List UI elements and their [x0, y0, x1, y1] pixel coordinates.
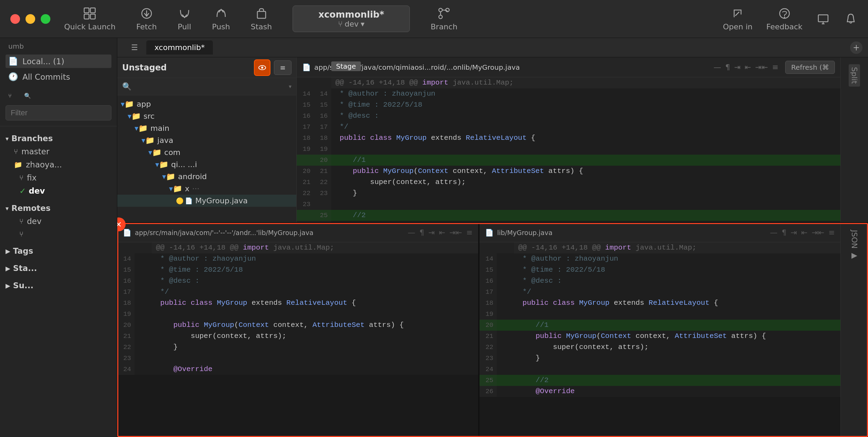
bl-minimize-icon[interactable]: —: [408, 228, 415, 237]
br-line-18-class: 18 public class MyGroup extends Relative…: [480, 298, 840, 309]
tab-xcommonlib[interactable]: xcommonlib*: [146, 40, 213, 55]
ftree-src[interactable]: ▾📁 src: [117, 110, 296, 122]
br-paragraph-icon[interactable]: ¶: [782, 228, 787, 237]
br-line-14-author: 14 * @author : zhaoyanjun: [480, 253, 840, 264]
ftree-qi[interactable]: ▾📁 qi... ...i: [117, 158, 296, 171]
submodules-header[interactable]: ▶ Su...: [0, 279, 117, 292]
stage-tooltip: Stage: [331, 61, 361, 71]
ftree-main[interactable]: ▾📁 main: [117, 122, 296, 134]
sidebar-item-local[interactable]: 📄 Local... (1): [6, 55, 111, 68]
br-indent-icon[interactable]: ⇥: [791, 228, 797, 237]
sidebar-remote-dev[interactable]: ⑂ dev: [0, 215, 117, 228]
stashes-label: Sta...: [13, 264, 37, 273]
branch-button[interactable]: Branch: [431, 7, 457, 31]
diff-file-icon: 📄: [302, 63, 311, 71]
chevron-down-icon: ▾: [361, 20, 364, 28]
folder-icon: ▾📁: [148, 148, 161, 157]
diff-line-16-desc: 1616 * @desc :: [297, 110, 840, 122]
ftree-android[interactable]: ▾📁 android: [117, 171, 296, 183]
stashes-header[interactable]: ▶ Sta...: [0, 262, 117, 275]
ftree-mygroup-java[interactable]: 🟡 📄 MyGroup.java: [117, 195, 296, 207]
add-tab-button[interactable]: +: [850, 41, 862, 54]
file-search-bar: 🔍 ▾: [117, 78, 296, 95]
chevron-down-icon: ▾: [289, 83, 292, 90]
quick-launch-button[interactable]: Quick Launch: [64, 7, 116, 31]
file-search-input[interactable]: [135, 82, 285, 91]
bl-paragraph-icon[interactable]: ¶: [420, 228, 424, 237]
remote-icon: ⑂: [19, 217, 23, 225]
monitor-icon[interactable]: [816, 12, 830, 26]
svg-rect-0: [84, 8, 89, 13]
pull-button[interactable]: Pull: [178, 7, 191, 31]
bl-menu-icon[interactable]: ≡: [466, 228, 473, 237]
stash-button[interactable]: Stash: [251, 7, 272, 31]
sidebar-branch-zhaoya[interactable]: 📁 zhaoya...: [0, 158, 117, 171]
svg-rect-2: [84, 14, 89, 19]
dev-label: dev: [29, 186, 45, 195]
br-wrap-icon[interactable]: ⇥⇤: [812, 228, 825, 237]
tags-header[interactable]: ▶ Tags: [0, 244, 117, 258]
folder-icon: ▾📁: [135, 124, 148, 133]
bl-line-23-blank: 23: [117, 353, 478, 364]
diff-line-22-brace: 2223 }: [297, 188, 840, 199]
sidebar-branch-fix[interactable]: ⑂ fix: [0, 171, 117, 184]
branch-icon: ⑂: [19, 174, 23, 182]
local-label: Local... (1): [22, 57, 64, 66]
minimize-icon[interactable]: —: [713, 63, 721, 71]
ftree-app[interactable]: ▾📁 app: [117, 98, 296, 110]
maximize-button[interactable]: [41, 14, 50, 24]
br-outdent-icon[interactable]: ⇤: [801, 228, 807, 237]
sidebar-item-all-commits[interactable]: 🕐 All Commits: [6, 70, 111, 84]
minimize-button[interactable]: [26, 14, 35, 24]
refresh-button[interactable]: Refresh (⌘: [785, 61, 835, 74]
push-button[interactable]: Push: [212, 7, 230, 31]
sidebar-filter-input[interactable]: [6, 105, 111, 120]
bottom-right-controls: — ¶ ⇥ ⇤ ⇥⇤ ≡: [770, 228, 835, 237]
ftree-java[interactable]: ▾📁 java: [117, 134, 296, 146]
sidebar-branch-dev[interactable]: ✓ dev: [0, 184, 117, 197]
bl-hunk-header: @@ -14,16 +14,18 @@ import java.util.Map…: [117, 242, 478, 253]
branches-header[interactable]: ▾ Branches: [0, 132, 117, 145]
remotes-header[interactable]: ▾ Remotes: [0, 202, 117, 215]
menu-icon[interactable]: ≡: [772, 63, 778, 71]
split-button[interactable]: Split: [849, 64, 860, 87]
br-menu-icon[interactable]: ≡: [829, 228, 835, 237]
split-top: Unstaged Stage ≡ 🔍 ▾: [117, 57, 868, 223]
br-line-17-end: 17 */: [480, 287, 840, 298]
branch-tab[interactable]: ⑂: [6, 91, 14, 100]
sidebar-branch-master[interactable]: ⑂ master: [0, 145, 117, 158]
list-view-button[interactable]: ≡: [274, 60, 292, 75]
bl-line-19-blank: 19: [117, 309, 478, 320]
feedback-button[interactable]: Feedback: [766, 7, 802, 31]
ftree-x-label: x: [185, 184, 189, 193]
br-minimize-icon[interactable]: —: [770, 228, 778, 237]
bl-indent-icon[interactable]: ⇥: [428, 228, 435, 237]
repo-selector[interactable]: xcommonlib* ⑂ dev ▾: [293, 6, 410, 32]
outdent-icon[interactable]: ⇤: [745, 63, 751, 71]
bl-wrap-icon[interactable]: ⇥⇤: [450, 228, 462, 237]
notification-icon[interactable]: [844, 12, 858, 26]
bl-outdent-icon[interactable]: ⇤: [439, 228, 445, 237]
stashes-section: ▶ Sta...: [0, 260, 117, 277]
indent-icon[interactable]: ⇥: [734, 63, 740, 71]
bl-line-14-author: 14 * @author : zhaoyanjun: [117, 253, 478, 264]
tab-hamburger[interactable]: ☰: [123, 40, 146, 55]
sidebar-top-commits: umb 📄 Local... (1) 🕐 All Commits: [0, 38, 117, 86]
ftree-com[interactable]: ▾📁 com: [117, 146, 296, 158]
toolbar-right: Open in Feedback: [723, 7, 858, 31]
quick-launch-label: Quick Launch: [64, 22, 116, 31]
open-in-button[interactable]: Open in: [723, 7, 752, 31]
eye-stage-button[interactable]: [254, 59, 270, 76]
wrap-icon[interactable]: ⇥⇤: [755, 63, 768, 71]
all-commits-label: All Commits: [22, 72, 70, 81]
ftree-java-label: java: [157, 136, 173, 145]
search-tab[interactable]: 🔍: [21, 91, 34, 100]
paragraph-icon[interactable]: ¶: [725, 63, 730, 71]
ftree-x[interactable]: ▾📁 x ···: [117, 183, 296, 195]
close-button[interactable]: [10, 14, 20, 24]
fetch-button[interactable]: Fetch: [136, 7, 157, 31]
sidebar-remote-2[interactable]: ⑂: [0, 228, 117, 240]
bl-line-21-super: 21 super(context, attrs);: [117, 331, 478, 342]
folder-icon: ▾📁: [169, 184, 182, 193]
br-line-19-blank: 19: [480, 309, 840, 320]
